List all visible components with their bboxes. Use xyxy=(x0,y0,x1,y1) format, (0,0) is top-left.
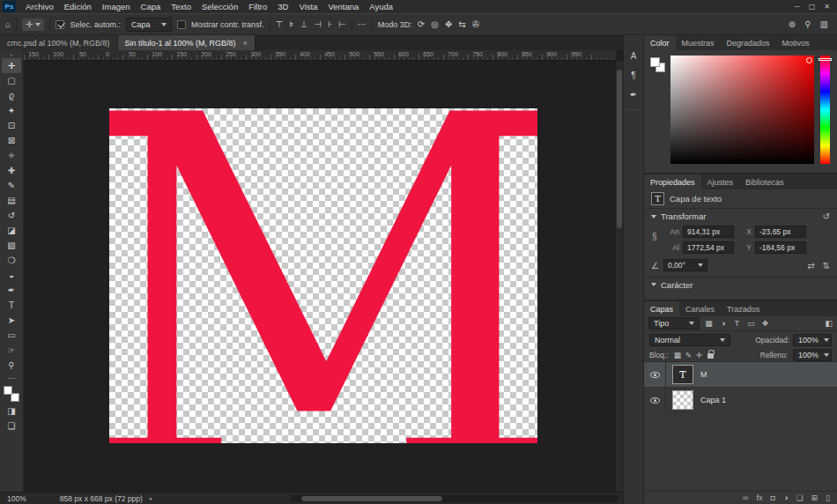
layer-effects-icon[interactable]: fx xyxy=(757,493,763,502)
horizontal-scrollbar-thumb[interactable] xyxy=(301,496,442,501)
fill-dropdown[interactable]: 100% xyxy=(793,349,832,361)
marquee-tool[interactable]: ▢ xyxy=(2,73,21,88)
filter-pixel-layers-icon[interactable]: ▦ xyxy=(703,319,715,328)
transform-field-input[interactable]: 914,31 px xyxy=(683,226,734,238)
filter-toggle-icon[interactable]: ◧ xyxy=(825,319,833,328)
zoom-level[interactable]: 100% xyxy=(7,494,26,503)
hue-slider-marker[interactable] xyxy=(818,58,832,61)
delete-layer-icon[interactable]: ▯ xyxy=(826,493,830,502)
3d-orbit-icon[interactable]: ⟳ xyxy=(418,20,425,29)
screen-mode-icon[interactable]: ❏ xyxy=(2,419,21,434)
layers-panel-tab[interactable]: Canales xyxy=(679,301,721,316)
lasso-tool[interactable]: ϱ xyxy=(2,88,21,103)
layers-panel-tab[interactable]: Capas xyxy=(644,301,679,316)
search-icon[interactable]: ⚲ xyxy=(804,20,811,29)
3d-slide-icon[interactable]: ⇆ xyxy=(458,20,465,29)
layer-filter-dropdown[interactable]: Tipo xyxy=(648,317,700,330)
layer-visibility-toggle[interactable] xyxy=(644,388,666,412)
align-horizontal-centers-icon[interactable]: ⊦ xyxy=(328,20,332,29)
3d-roll-icon[interactable]: ◎ xyxy=(431,20,439,29)
menu-item[interactable]: Texto xyxy=(166,2,196,11)
adjustment-layer-icon[interactable]: ◑ xyxy=(783,493,788,502)
filter-type-layers-icon[interactable]: T xyxy=(731,319,743,328)
path-selection-tool[interactable]: ➤ xyxy=(2,313,21,328)
history-brush-tool[interactable]: ↺ xyxy=(2,208,21,223)
horizontal-scrollbar[interactable] xyxy=(291,495,618,502)
opacity-dropdown[interactable]: 100% xyxy=(793,334,832,346)
transform-field-input[interactable]: -184,56 px xyxy=(755,241,806,254)
menu-item[interactable]: Vista xyxy=(293,2,322,11)
canvas-viewport[interactable]: M xyxy=(24,61,616,492)
brush-tool[interactable]: ✎ xyxy=(2,178,21,193)
document-tab[interactable]: cmc.psd al 100% (M, RGB/8) xyxy=(0,35,118,50)
align-bottom-edges-icon[interactable]: ⊥ xyxy=(300,20,307,29)
eraser-tool[interactable]: ◪ xyxy=(2,223,21,238)
more-options-icon[interactable]: ⋯ xyxy=(358,20,367,29)
canvas-area[interactable]: 1501005005010015020025030035040045050055… xyxy=(24,50,623,492)
blur-tool[interactable]: ❍ xyxy=(2,253,21,268)
home-icon[interactable]: ⌂ xyxy=(5,20,11,29)
layer-thumbnail[interactable] xyxy=(672,390,693,410)
paragraph-panel-icon[interactable]: ¶ xyxy=(631,70,635,80)
3d-camera-icon[interactable]: ✇ xyxy=(472,20,479,29)
shape-tool[interactable]: ▭ xyxy=(2,328,21,343)
character-panel-icon[interactable]: A xyxy=(631,51,637,61)
lock-transparency-icon[interactable]: ▦ xyxy=(674,351,681,359)
layer-row[interactable]: Capa 1 xyxy=(644,388,837,413)
saturation-gradient[interactable] xyxy=(670,56,814,164)
align-vertical-centers-icon[interactable]: ⊧ xyxy=(289,20,293,29)
current-tool-button[interactable]: ✛ xyxy=(22,19,44,31)
gradient-tool[interactable]: ▧ xyxy=(2,238,21,253)
properties-panel-tab[interactable]: Bibliotecas xyxy=(739,174,790,189)
menu-item[interactable]: Edición xyxy=(59,2,97,11)
menu-item[interactable]: Ventana xyxy=(322,2,364,11)
filter-shape-layers-icon[interactable]: ▭ xyxy=(745,319,757,328)
layer-mask-icon[interactable]: ◘ xyxy=(771,493,775,502)
foreground-color-swatch[interactable] xyxy=(4,386,12,395)
link-layers-icon[interactable]: ∞ xyxy=(743,493,748,502)
hue-slider[interactable] xyxy=(820,56,830,164)
maximize-button[interactable]: ▢ xyxy=(806,3,818,11)
move-tool[interactable]: ✛ xyxy=(2,58,21,73)
auto-select-checkbox[interactable] xyxy=(56,20,64,29)
character-section-header[interactable]: Carácter xyxy=(644,277,837,292)
transform-field-input[interactable]: -23,65 px xyxy=(755,226,806,238)
minimize-button[interactable]: ─ xyxy=(791,3,803,11)
color-panel-tab[interactable]: Degradados xyxy=(721,35,776,50)
transform-field-input[interactable]: 1772,54 px xyxy=(683,241,734,254)
auto-select-target-dropdown[interactable]: Capa xyxy=(126,18,172,32)
properties-panel-tab[interactable]: Ajustes xyxy=(701,174,740,189)
color-swatches[interactable] xyxy=(4,386,19,402)
workspace-icon[interactable]: ▥ xyxy=(820,20,828,29)
flip-vertical-icon[interactable]: ⇅ xyxy=(823,261,830,271)
account-icon[interactable]: ⊚ xyxy=(789,20,796,29)
tab-close-icon[interactable]: × xyxy=(243,39,248,48)
filter-adjustment-layers-icon[interactable]: ◑ xyxy=(717,319,729,328)
align-left-edges-icon[interactable]: ⊣ xyxy=(314,20,322,29)
filter-smart-objects-icon[interactable]: ❖ xyxy=(759,319,771,328)
menu-item[interactable]: 3D xyxy=(272,2,293,11)
document-tab[interactable]: Sin título-1 al 100% (M, RGB/8)× xyxy=(118,35,256,50)
document-canvas[interactable]: M xyxy=(109,108,537,443)
vertical-scrollbar-thumb[interactable] xyxy=(617,70,622,228)
type-tool[interactable]: T xyxy=(2,298,21,313)
menu-item[interactable]: Ayuda xyxy=(364,2,398,11)
crop-tool[interactable]: ⊡ xyxy=(2,118,21,133)
menu-item[interactable]: Capa xyxy=(136,2,167,11)
eyedropper-tool[interactable]: ✧ xyxy=(2,148,21,163)
color-picker-marker[interactable] xyxy=(806,57,812,63)
color-panel-tab[interactable]: Muestras xyxy=(676,35,721,50)
layer-thumbnail[interactable]: T xyxy=(672,365,693,384)
quick-mask-icon[interactable]: ◨ xyxy=(2,404,21,419)
layers-panel-tab[interactable]: Trazados xyxy=(721,301,766,316)
3d-pan-icon[interactable]: ✥ xyxy=(445,20,452,29)
spot-healing-tool[interactable]: ✚ xyxy=(2,163,21,178)
menu-item[interactable]: Imagen xyxy=(97,2,136,11)
glyphs-panel-icon[interactable]: ✒ xyxy=(630,90,637,100)
frame-tool[interactable]: ⊠ xyxy=(2,133,21,148)
color-panel-tab[interactable]: Motivos xyxy=(776,35,816,50)
quick-selection-tool[interactable]: ✦ xyxy=(2,103,21,118)
dodge-tool[interactable]: ◒ xyxy=(2,268,21,283)
new-layer-icon[interactable]: ⊞ xyxy=(811,493,818,502)
toolbar-collapse-icon[interactable]: » xyxy=(10,52,12,57)
